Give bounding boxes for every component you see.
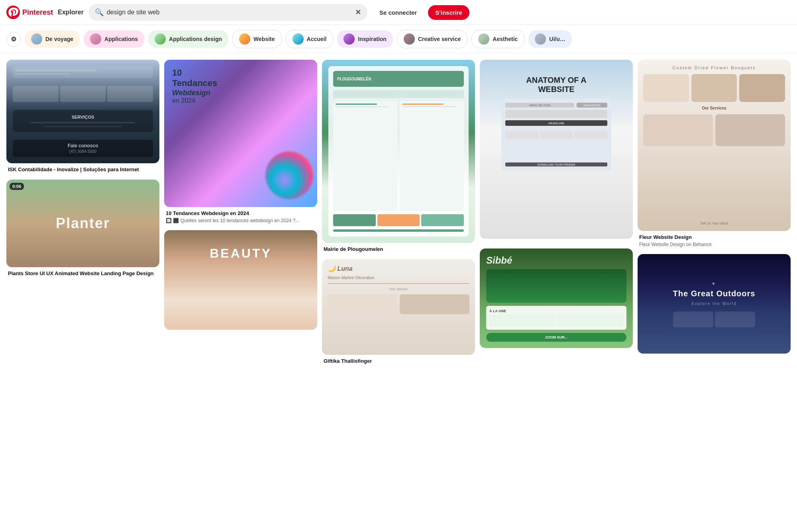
filter-chip-applications[interactable]: Applications [84, 30, 144, 48]
filter-chip-ui[interactable]: Ui/u… [528, 30, 571, 48]
filter-label-website: Website [253, 36, 275, 42]
header-actions: Se connecter S'inscrire [372, 5, 469, 20]
pin-image-luna: 🌙 Luna Maison Marbre Décoration Our serv… [322, 259, 475, 355]
pin-card-luna[interactable]: 🌙 Luna Maison Marbre Décoration Our serv… [322, 259, 475, 366]
filter-label-voyage: De voyage [45, 36, 73, 42]
pin-image-isk: SERVIÇOS Fale conosco (47) 3084-5500 [6, 60, 159, 163]
filter-thumb-aesthetic [478, 33, 489, 45]
search-input[interactable] [107, 9, 352, 16]
logo[interactable]: Pinterest [6, 6, 53, 19]
pin-title-tendances: 10 Tendances Webdesign en 2024 [166, 210, 316, 217]
video-badge-planter: 0:06 [10, 183, 24, 190]
logo-text: Pinterest [22, 8, 53, 17]
filter-settings-icon: ⚙ [11, 35, 16, 43]
pin-image-beauty-text: BEAUTY [210, 246, 272, 261]
pin-card-mairie[interactable]: PLOUGOUMELÉN [322, 60, 475, 254]
filter-chip-website[interactable]: Website [232, 30, 281, 48]
header: Pinterest Explorer 🔍 ✕ Se connecter S'in… [0, 0, 797, 25]
pin-info-beauty [164, 330, 317, 334]
pin-title-mairie: Mairie de Plougoumelen [324, 246, 473, 253]
search-bar: 🔍 ✕ [88, 4, 367, 21]
masonry-grid: SERVIÇOS Fale conosco (47) 3084-5500 ISK… [0, 53, 797, 373]
filter-label-applications: Applications [104, 36, 138, 42]
filter-bar: ⚙ De voyage Applications Applications de… [0, 25, 797, 53]
pin-image-planter: Planter [6, 180, 159, 267]
pin-card-planter[interactable]: Planter 0:06 Plants Store UI UX Animated… [6, 180, 159, 279]
pin-image-fleur: Custom Dried Flower Bouquets Our Service… [638, 60, 791, 231]
pin-info-outdoors [638, 354, 791, 358]
pin-title-planter: Plants Store UI UX Animated Website Land… [8, 270, 158, 277]
pin-info-sibbe [480, 348, 633, 353]
filter-label-appdesign: Applications design [169, 36, 222, 42]
pin-image-beauty: BEAUTY [164, 230, 317, 330]
filter-thumb-voyage [31, 33, 42, 45]
pin-title-fleur: Fleur Website Design [639, 234, 789, 241]
filter-label-accueil: Accueil [307, 36, 327, 42]
filter-thumb-applications [90, 33, 101, 45]
pin-card-anatomy[interactable]: ANATOMY OF AWEBSITE HERO SECTION NAVIGAT… [480, 60, 633, 244]
pin-info-anatomy [480, 239, 633, 244]
filter-chip-accueil[interactable]: Accueil [286, 30, 334, 48]
pin-image-anatomy: ANATOMY OF AWEBSITE HERO SECTION NAVIGAT… [480, 60, 633, 239]
filter-thumb-inspiration [344, 33, 355, 45]
filter-chip-appdesign[interactable]: Applications design [148, 30, 228, 48]
filter-thumb-website [239, 33, 250, 45]
pin-subtitle-fleur: Fleur Website Design on Behance [639, 242, 789, 248]
pin-card-tendances[interactable]: 10Tendances Webdesign en 2024 10 Tendanc… [164, 60, 317, 225]
filter-label-creative: Creative service [418, 36, 461, 42]
filter-label-inspiration: Inspiration [358, 36, 387, 42]
pin-image-planter-text: Planter [56, 215, 110, 232]
filter-thumb-appdesign [155, 33, 166, 45]
pin-info-planter: Plants Store UI UX Animated Website Land… [6, 267, 159, 279]
pin-image-outdoors: ✦ The Great Outdoors Explore the World [638, 254, 791, 354]
pin-title-luna: Giftika Thallisfinger [324, 358, 473, 365]
explorer-link[interactable]: Explorer [58, 9, 84, 16]
pin-card-fleur[interactable]: Custom Dried Flower Bouquets Our Service… [638, 60, 791, 249]
pin-card-sibbe[interactable]: Sibbé À LA UNE ZOOM SUR... [480, 248, 633, 353]
pin-image-mairie: PLOUGOUMELÉN [322, 60, 475, 243]
pin-image-tendances: 10Tendances Webdesign en 2024 [164, 60, 317, 207]
filter-label-ui: Ui/u… [549, 36, 565, 42]
pin-title-isk: ISK Contabilidade - Inovalize | Soluções… [8, 166, 158, 173]
filter-chip-inspiration[interactable]: Inspiration [337, 30, 393, 48]
pinterest-logo-icon [6, 6, 20, 19]
pin-info-tendances: 10 Tendances Webdesign en 2024 🔲 ⬛ Quell… [164, 207, 317, 225]
filter-thumb-accueil [292, 33, 304, 45]
pin-info-isk: ISK Contabilidade - Inovalize | Soluções… [6, 163, 159, 175]
filter-chip-creative[interactable]: Creative service [397, 30, 467, 48]
login-button[interactable]: Se connecter [372, 5, 424, 20]
filter-chip-aesthetic[interactable]: Aesthetic [471, 30, 524, 48]
pin-card-beauty[interactable]: BEAUTY [164, 230, 317, 334]
pin-image-sibbe: Sibbé À LA UNE ZOOM SUR... [480, 248, 633, 348]
signup-button[interactable]: S'inscrire [428, 5, 469, 20]
pin-card-isk[interactable]: SERVIÇOS Fale conosco (47) 3084-5500 ISK… [6, 60, 159, 175]
pin-info-luna: Giftika Thallisfinger [322, 355, 475, 366]
filter-settings-button[interactable]: ⚙ [6, 32, 21, 47]
filter-thumb-creative [404, 33, 415, 45]
filter-thumb-ui [535, 33, 546, 45]
pin-subtitle-tendances: 🔲 ⬛ Quelles seront les 10 tendances webd… [166, 218, 316, 224]
filter-label-aesthetic: Aesthetic [493, 36, 518, 42]
pin-card-outdoors[interactable]: ✦ The Great Outdoors Explore the World [638, 254, 791, 358]
search-clear-icon[interactable]: ✕ [355, 8, 361, 17]
pin-info-fleur: Fleur Website Design Fleur Website Desig… [638, 231, 791, 249]
pin-info-mairie: Mairie de Plougoumelen [322, 243, 475, 254]
filter-chip-voyage[interactable]: De voyage [25, 30, 80, 48]
search-icon: 🔍 [95, 8, 104, 17]
